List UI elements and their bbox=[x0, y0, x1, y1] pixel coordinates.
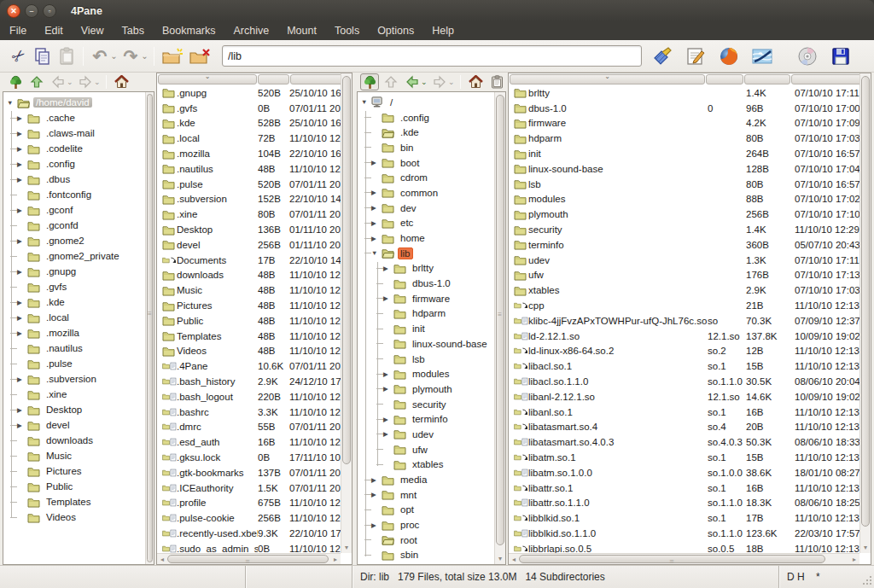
tree-item[interactable]: Pictures bbox=[3, 463, 154, 479]
tree-item[interactable]: proc bbox=[358, 517, 505, 533]
file-row[interactable]: Pictures 48B 11/10/10 12 bbox=[157, 298, 341, 313]
file-row[interactable]: libattr.so.1 so.1 16B 11/10/10 12:13 bbox=[509, 480, 859, 496]
tree-item[interactable]: .config bbox=[358, 110, 505, 125]
new-folder-icon[interactable] bbox=[159, 44, 186, 68]
file-row[interactable]: .sudo_as_admin_succe 0B 11/10/10 12 bbox=[157, 541, 341, 553]
file-row[interactable]: .pulse 520B 07/01/11 20 bbox=[157, 177, 341, 192]
file-row[interactable]: cpp 21B 11/10/10 12:13 bbox=[509, 298, 859, 313]
tree-item[interactable]: .gnome2 bbox=[3, 233, 154, 248]
expander-icon[interactable] bbox=[17, 160, 27, 168]
file-row[interactable]: Videos 48B 11/10/10 12 bbox=[157, 344, 341, 359]
tree-item[interactable]: udev bbox=[358, 427, 505, 442]
file-row[interactable]: .pulse-cookie 256B 11/10/10 12 bbox=[157, 510, 341, 526]
minimize-button[interactable]: – bbox=[25, 4, 38, 18]
file-row[interactable]: firmware 4.2K 07/10/10 17:09 bbox=[509, 116, 859, 131]
file-row[interactable]: security 1.4K 11/10/10 12:29 bbox=[509, 222, 859, 237]
pane2-hscrollbar[interactable]: ◂ ≡ ▸ bbox=[157, 553, 341, 564]
redo-icon[interactable]: ↷ bbox=[119, 44, 143, 68]
file-row[interactable]: libblkid.so.1.1.0 so.1.1.0 123.6K 22/03/… bbox=[509, 526, 859, 541]
tree-item[interactable]: .gnome2_private bbox=[3, 248, 154, 264]
tree-item[interactable]: dev bbox=[358, 201, 505, 216]
file-row[interactable]: udev 1.3K 07/10/10 17:11 bbox=[509, 253, 859, 268]
file-row[interactable]: .mozilla 104B 22/10/10 16 bbox=[157, 146, 341, 161]
file-row[interactable]: Desktop 136B 01/11/10 20 bbox=[157, 222, 341, 237]
tree-item[interactable]: .gconf bbox=[3, 202, 154, 218]
expander-icon[interactable] bbox=[17, 314, 27, 322]
tree-item[interactable]: .cache bbox=[3, 110, 154, 125]
file-row[interactable]: dbus-1.0 0 96B 07/10/10 17:00 bbox=[509, 101, 859, 116]
tree-item[interactable]: plymouth bbox=[358, 381, 505, 397]
tree-item[interactable]: media bbox=[358, 472, 505, 487]
undo-icon[interactable]: ↶ bbox=[88, 44, 112, 68]
tree-item[interactable]: .pulse bbox=[3, 356, 154, 371]
up-arrow-button[interactable] bbox=[382, 73, 400, 90]
tree-item[interactable]: .local bbox=[3, 310, 154, 325]
tree-item[interactable]: mnt bbox=[358, 487, 505, 503]
file-row[interactable]: .gksu.lock 0B 17/11/10 10 bbox=[157, 450, 341, 465]
file-row[interactable]: .recently-used.xbel 9.3K 22/10/10 17 bbox=[157, 526, 341, 541]
expander-icon[interactable] bbox=[17, 422, 27, 429]
path-input[interactable] bbox=[222, 45, 642, 67]
tree-item[interactable]: .claws-mail bbox=[3, 125, 154, 141]
file-row[interactable]: libanl.so.1 so.1 16B 11/10/10 12:13 bbox=[509, 405, 859, 420]
expander-icon[interactable] bbox=[371, 491, 382, 498]
expander-icon[interactable] bbox=[371, 235, 382, 242]
home-button[interactable] bbox=[112, 73, 131, 90]
expander-icon[interactable] bbox=[383, 416, 393, 423]
expander-icon[interactable] bbox=[371, 476, 382, 484]
expander-icon[interactable] bbox=[361, 98, 371, 106]
tree-item[interactable]: etc bbox=[358, 216, 505, 231]
expander-icon[interactable] bbox=[17, 114, 27, 122]
maximize-button[interactable]: ▫ bbox=[43, 4, 56, 18]
resize-grip[interactable] bbox=[862, 575, 872, 585]
file-row[interactable]: linux-sound-base 128B 07/10/10 17:04 bbox=[509, 161, 859, 177]
tree-item[interactable]: .gvfs bbox=[3, 279, 154, 294]
scrollbar-thumb[interactable]: ≡ bbox=[147, 94, 153, 562]
cut-icon[interactable]: ✂ bbox=[7, 44, 31, 68]
file-row[interactable]: .local 72B 11/10/10 12 bbox=[157, 131, 341, 146]
close-button[interactable]: ✕ bbox=[7, 4, 20, 18]
expander-icon[interactable] bbox=[371, 219, 382, 227]
file-row[interactable]: libatasmart.so.4 so.4 20B 11/10/10 12:13 bbox=[509, 420, 859, 435]
tree-item[interactable]: boot bbox=[358, 155, 505, 171]
file-row[interactable]: brltty 1.4K 07/10/10 17:11 bbox=[509, 85, 859, 101]
file-row[interactable]: libatasmart.so.4.0.3 so.4.0.3 50.3K 08/0… bbox=[509, 434, 859, 450]
tree-item[interactable]: brltty bbox=[358, 261, 505, 277]
brush-tool-icon[interactable] bbox=[651, 44, 673, 68]
expander-icon[interactable] bbox=[17, 207, 27, 214]
file-row[interactable]: .nautilus 48B 11/10/10 12 bbox=[157, 161, 341, 177]
tree-view-icon[interactable] bbox=[6, 73, 25, 90]
tree-item[interactable]: dbus-1.0 bbox=[358, 276, 505, 291]
pane4-vscrollbar[interactable]: ▾ bbox=[859, 73, 871, 553]
file-row[interactable]: plymouth 256B 07/10/10 17:10 bbox=[509, 207, 859, 222]
file-row[interactable]: .4Pane 10.6K 07/01/11 20 bbox=[157, 358, 341, 374]
tree-item[interactable]: .kde bbox=[358, 125, 505, 140]
floppy-save-icon[interactable] bbox=[830, 44, 852, 68]
column-header-filename[interactable]: ⌄ bbox=[510, 74, 705, 84]
menu-item[interactable]: Mount bbox=[284, 24, 319, 38]
undo-history-dropdown[interactable]: ⌄ bbox=[109, 51, 119, 61]
file-row[interactable]: .kde 528B 25/10/10 16 bbox=[157, 116, 341, 131]
pane3-vscrollbar[interactable]: ≡ ▾ bbox=[494, 92, 505, 564]
tree-item[interactable]: .dbus bbox=[3, 172, 154, 187]
tree-item[interactable]: Desktop bbox=[3, 402, 154, 417]
tree-item[interactable]: root bbox=[358, 533, 505, 548]
file-row[interactable]: .esd_auth 16B 11/10/10 12 bbox=[157, 434, 341, 450]
expander-icon[interactable] bbox=[17, 376, 27, 383]
tree-item[interactable]: security bbox=[358, 397, 505, 412]
tree-item[interactable]: firmware bbox=[358, 291, 505, 306]
file-row[interactable]: libbrlapi.so.0.5 so.0.5 18B 11/10/10 12:… bbox=[509, 541, 859, 553]
expander-icon[interactable] bbox=[383, 265, 393, 272]
file-row[interactable]: modules 88B 07/10/10 17:02 bbox=[509, 192, 859, 207]
pane1-vscrollbar[interactable]: ≡ bbox=[145, 92, 154, 564]
file-row[interactable]: .profile 675B 11/10/10 12 bbox=[157, 496, 341, 511]
tree-item[interactable]: .subversion bbox=[3, 371, 154, 387]
menu-item[interactable]: File bbox=[7, 24, 29, 38]
tree-item[interactable]: .config bbox=[3, 156, 154, 172]
file-row[interactable]: .bash_logout 220B 11/10/10 12 bbox=[157, 389, 341, 405]
up-arrow-button[interactable] bbox=[27, 73, 46, 90]
file-row[interactable]: .gtk-bookmarks 137B 07/01/11 20 bbox=[157, 465, 341, 480]
back-history-dropdown[interactable]: ⌄ bbox=[421, 78, 428, 86]
file-row[interactable]: Music 48B 11/10/10 12 bbox=[157, 282, 341, 298]
tree-item[interactable]: / bbox=[358, 95, 505, 110]
